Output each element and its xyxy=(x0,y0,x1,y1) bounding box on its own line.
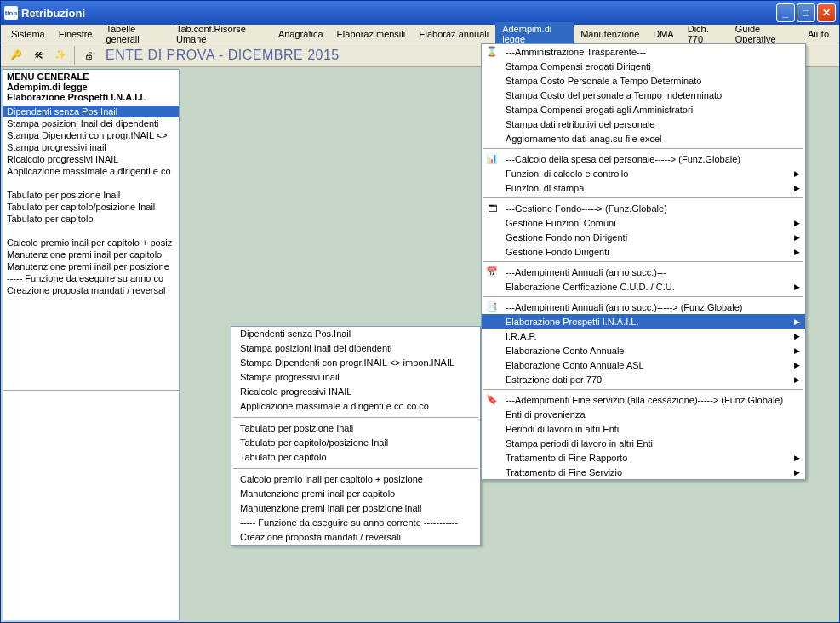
submenu-item[interactable]: Tabulato per posizione Inail xyxy=(231,421,480,436)
menu-anagrafica[interactable]: Anagrafica xyxy=(271,27,330,41)
dropdown-group-icon: 📑 xyxy=(485,300,499,314)
sidebar-header-line: Elaborazione Prospetti I.N.A.I.L xyxy=(7,92,175,102)
submenu-item[interactable]: Stampa posizioni Inail dei dipendenti xyxy=(231,341,480,356)
sidebar-item[interactable]: ----- Funzione da eseguire su anno co xyxy=(3,272,179,284)
dropdown-header-label: ---Adempimenti Annuali (anno succ.)--- xyxy=(506,267,666,277)
submenu-item[interactable]: Ricalcolo progressivi INAIL xyxy=(231,385,480,399)
dropdown-item[interactable]: Trattamento di Fine Servizio▶ xyxy=(482,465,805,479)
chevron-right-icon: ▶ xyxy=(794,332,800,340)
dropdown-item[interactable]: Stampa Costo Personale a Tempo Determina… xyxy=(482,73,805,88)
dropdown-item[interactable]: Funzioni di stampa▶ xyxy=(482,180,805,195)
dropdown-item[interactable]: Trattamento di Fine Rapporto▶ xyxy=(482,450,805,465)
menu-manutenzione[interactable]: Manutenzione xyxy=(574,27,646,41)
dropdown-item[interactable]: Stampa dati retributivi del personale xyxy=(482,117,805,131)
dropdown-item[interactable]: Stampa Costo del personale a Tempo Indet… xyxy=(482,88,805,102)
submenu-item[interactable]: Tabulato per capitolo/posizione Inail xyxy=(231,436,480,450)
submenu-item[interactable]: Applicazione massimale a dirigenti e co.… xyxy=(231,399,480,414)
submenu-item[interactable]: ----- Funzione da eseguire su anno corre… xyxy=(231,516,480,530)
dropdown-group-icon: 📅 xyxy=(485,266,499,279)
dropdown-item[interactable]: Enti di provenienza xyxy=(482,407,805,421)
dropdown-header[interactable]: 🔖---Adempimenti Fine servizio (alla cess… xyxy=(482,392,805,407)
dropdown-item[interactable]: Stampa periodi di lavoro in altri Enti xyxy=(482,436,805,450)
dropdown-item[interactable]: I.R.A.P.▶ xyxy=(482,329,805,343)
dropdown-header[interactable]: ⌛---Amministrazione Trasparente--- xyxy=(482,44,805,59)
menu-adempim-di-legge[interactable]: Adempim.di legge xyxy=(495,22,574,46)
menu-elaboraz-mensili[interactable]: Elaboraz.mensili xyxy=(330,27,413,41)
sidebar-item[interactable]: Tabulato per posizione Inail xyxy=(3,189,179,201)
dropdown-item-label: Aggiornamento dati anag.su file excel xyxy=(506,134,661,144)
dropdown-item-label: Stampa Costo Personale a Tempo Determina… xyxy=(506,76,701,86)
chevron-right-icon: ▶ xyxy=(794,346,800,355)
submenu-item[interactable]: Tabulato per capitolo xyxy=(231,450,480,465)
dropdown-item[interactable]: Periodi di lavoro in altri Enti xyxy=(482,421,805,436)
key-icon[interactable]: 🔑 xyxy=(6,45,26,66)
minimize-button[interactable]: _ xyxy=(776,3,795,22)
sidebar-item[interactable]: Stampa posizioni Inail dei dipendenti xyxy=(3,117,179,129)
print-icon[interactable]: 🖨 xyxy=(78,45,99,66)
wand-icon[interactable]: ✨ xyxy=(50,45,71,66)
sidebar-item[interactable]: Stampa progressivi inail xyxy=(3,141,179,153)
menu-tabelle-generali[interactable]: Tabelle generali xyxy=(100,22,169,46)
sidebar-item[interactable]: Calcolo premio inail per capitolo + posi… xyxy=(3,237,179,249)
dropdown-group-icon: 🔖 xyxy=(485,393,499,407)
sidebar-item[interactable]: Creazione proposta mandati / reversal xyxy=(3,284,179,296)
submenu-item[interactable]: Manutenzione premi inail per posizione i… xyxy=(231,501,480,516)
sidebar-header-line: Adempim.di legge xyxy=(7,82,175,92)
menu-aiuto[interactable]: Aiuto xyxy=(801,27,836,41)
menu-dma[interactable]: DMA xyxy=(646,27,680,41)
sidebar-item[interactable]: Manutenzione premi inail per posizione xyxy=(3,260,179,272)
dropdown-item[interactable]: Aggiornamento dati anag.su file excel xyxy=(482,131,805,146)
dropdown-item-label: Stampa periodi di lavoro in altri Enti xyxy=(506,438,653,449)
menu-finestre[interactable]: Finestre xyxy=(52,27,100,41)
submenu-item[interactable]: Calcolo premio inail per capitolo + posi… xyxy=(231,472,480,487)
chevron-right-icon: ▶ xyxy=(794,283,800,291)
submenu-item[interactable]: Manutenzione premi inail per capitolo xyxy=(231,487,480,501)
sidebar-item[interactable]: Ricalcolo progressivi INAIL xyxy=(3,153,179,165)
submenu-item[interactable]: Stampa Dipendenti con progr.INAIL <> imp… xyxy=(231,356,480,370)
dropdown-header[interactable]: 📅---Adempimenti Annuali (anno succ.)--- xyxy=(482,265,805,279)
dropdown-item-label: I.R.A.P. xyxy=(506,331,536,341)
dropdown-item[interactable]: Gestione Funzioni Comuni▶ xyxy=(482,215,805,230)
dropdown-item-label: Stampa Costo del personale a Tempo Indet… xyxy=(506,90,722,100)
dropdown-header[interactable]: 📊---Calcolo della spesa del personale---… xyxy=(482,151,805,166)
dropdown-item[interactable]: Elaborazione Certficazione C.U.D. / C.U.… xyxy=(482,279,805,294)
submenu-item[interactable]: Stampa progressivi inail xyxy=(231,370,480,385)
menu-elaboraz-annuali[interactable]: Elaboraz.annuali xyxy=(412,27,495,41)
dropdown-item[interactable]: Elaborazione Conto Annuale ASL▶ xyxy=(482,357,805,372)
submenu-item[interactable]: Dipendenti senza Pos.Inail xyxy=(231,327,480,341)
dropdown-item-label: Periodi di lavoro in altri Enti xyxy=(506,424,619,434)
close-button[interactable]: ✕ xyxy=(817,3,836,22)
dropdown-header-label: ---Calcolo della spesa del personale----… xyxy=(506,154,740,164)
sidebar-item[interactable]: Applicazione massimale a dirigenti e co xyxy=(3,165,179,177)
dropdown-item-label: Stampa dati retributivi del personale xyxy=(506,119,654,129)
menu-sistema[interactable]: Sistema xyxy=(4,27,52,41)
menu-guide-operative[interactable]: Guide Operative xyxy=(729,22,801,46)
chevron-right-icon: ▶ xyxy=(794,361,800,369)
sidebar-item[interactable]: Tabulato per capitolo/posizione Inail xyxy=(3,201,179,213)
dropdown-item[interactable]: Funzioni di calcolo e controllo▶ xyxy=(482,166,805,180)
dropdown-item[interactable]: Gestione Fondo non Dirigenti▶ xyxy=(482,230,805,244)
dropdown-item[interactable]: Estrazione dati per 770▶ xyxy=(482,372,805,386)
sidebar-item[interactable]: Manutenzione premi inail per capitolo xyxy=(3,249,179,260)
submenu-item[interactable]: Creazione proposta mandati / reversali xyxy=(231,530,480,545)
dropdown-item[interactable]: Stampa Compensi erogati agli Amministrat… xyxy=(482,102,805,117)
chevron-right-icon: ▶ xyxy=(794,375,800,384)
sidebar-item[interactable]: Dipendenti senza Pos Inail xyxy=(3,106,179,117)
chevron-right-icon: ▶ xyxy=(794,468,800,477)
dropdown-item[interactable]: Elaborazione Conto Annuale▶ xyxy=(482,343,805,357)
sidebar-item[interactable]: Tabulato per capitolo xyxy=(3,213,179,225)
dropdown-item[interactable]: Elaborazione Prospetti I.N.A.I.L.▶ xyxy=(482,314,805,329)
dropdown-header[interactable]: 🗔---Gestione Fondo-----> (Funz.Globale) xyxy=(482,201,805,215)
dropdown-item-label: Stampa Compensi erogati agli Amministrat… xyxy=(506,105,693,115)
dropdown-header[interactable]: 📑---Adempimenti Annuali (anno succ.)----… xyxy=(482,300,805,314)
sidebar-item[interactable]: Stampa Dipendenti con progr.INAIL <> xyxy=(3,129,179,141)
chevron-right-icon: ▶ xyxy=(794,184,800,192)
dropdown-separator xyxy=(483,389,803,390)
context-label: ENTE DI PROVA - DICEMBRE 2015 xyxy=(106,48,340,63)
dropdown-item[interactable]: Gestione Fondo Dirigenti▶ xyxy=(482,244,805,259)
dropdown-item[interactable]: Stampa Compensi erogati Dirigenti xyxy=(482,59,805,73)
menu-dich-770[interactable]: Dich. 770 xyxy=(681,22,729,46)
maximize-button[interactable]: □ xyxy=(797,3,815,22)
menu-tab-conf-risorse-umane[interactable]: Tab.conf.Risorse Umane xyxy=(169,22,271,46)
tool-icon[interactable]: 🛠 xyxy=(28,45,49,66)
